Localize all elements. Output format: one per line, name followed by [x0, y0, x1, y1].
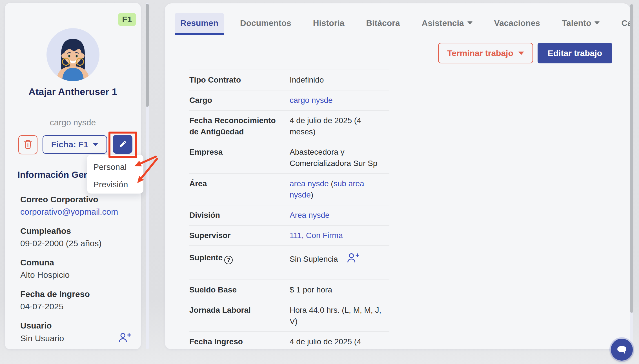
delete-employee-button[interactable] [18, 135, 37, 154]
chevron-down-icon [518, 52, 524, 55]
tab-asistencia[interactable]: Asistencia [416, 13, 478, 35]
detail-value: Area nysde [290, 210, 387, 221]
tab-talento[interactable]: Talento [556, 13, 605, 35]
info-field-correo-corporativo: Correo Corporativocorporativo@yopmail.co… [20, 193, 131, 218]
detail-label-text: Sueldo Base [189, 285, 237, 294]
info-fields: Correo Corporativocorporativo@yopmail.co… [20, 193, 131, 352]
detail-label-text: Suplente [189, 253, 223, 262]
detail-value-link[interactable]: cargo nysde [290, 96, 333, 105]
field-label: Correo Corporativo [20, 193, 131, 206]
field-value-row: 04-07-2025 [20, 300, 131, 313]
tab-label: Capacitaciones [621, 18, 630, 28]
tab-label: Vacaciones [494, 18, 540, 28]
avatar [46, 28, 99, 81]
employee-name: Atajar Antheruser 1 [26, 85, 120, 98]
terminar-trabajo-label: Terminar trabajo [447, 48, 513, 58]
detail-row-division: DivisiónArea nysde [189, 205, 389, 225]
details-table: Tipo ContratoIndefinidoCargocargo nysdeF… [189, 70, 389, 349]
field-value: Sin Usuario [20, 332, 64, 345]
field-value-row: Sin Usuario [20, 332, 131, 345]
detail-value: Abastecedora y Comercializadora Sur Sp [290, 147, 387, 169]
tab-label: Documentos [240, 18, 291, 28]
pencil-icon [117, 139, 128, 150]
edit-menu: PersonalPrevisión [87, 155, 143, 194]
page: F1 [0, 0, 639, 364]
person-add-icon[interactable] [118, 332, 131, 345]
person-add-icon[interactable] [346, 252, 359, 267]
detail-value: Sin Suplencia [290, 252, 387, 267]
main-scrollbar-track [630, 4, 633, 349]
detail-value: $ 1 por hora [290, 284, 387, 296]
chevron-down-icon [594, 21, 600, 25]
menu-item-personal[interactable]: Personal [87, 158, 143, 176]
detail-value-text: 4 de julio de 2025 (4 meses) [290, 116, 361, 136]
chat-bubble-icon [616, 344, 627, 356]
detail-label: Supervisor [189, 230, 283, 241]
main-scrollbar-thumb[interactable] [630, 4, 633, 313]
edit-profile-button[interactable] [113, 135, 132, 154]
tab-bitacora[interactable]: Bitácora [360, 13, 405, 35]
field-value-row: corporativo@yopmail.com [20, 206, 131, 218]
detail-value: 4 de julio de 2025 (4 meses) [290, 115, 387, 137]
detail-label: Sueldo Base [189, 284, 283, 296]
chevron-down-icon [93, 143, 98, 146]
employee-role: cargo nysde [5, 118, 141, 127]
tab-historia[interactable]: Historia [307, 13, 350, 35]
help-icon[interactable]: ? [224, 256, 233, 264]
detail-label-text: División [189, 211, 220, 219]
detail-value-text: $ 1 por hora [290, 285, 332, 294]
editar-trabajo-label: Editar trabajo [548, 48, 602, 58]
field-value: Alto Hospicio [20, 269, 70, 281]
status-badge: F1 [118, 13, 136, 26]
detail-row-fecha-ingreso-compania: Fecha Ingreso Compañía4 de julio de 2025… [189, 331, 389, 349]
tab-label: Historia [313, 18, 345, 28]
ficha-selector-dropdown[interactable]: Ficha: F1 [43, 135, 107, 154]
detail-value-text: Indefinido [290, 76, 324, 84]
detail-row-jornada-laboral: Jornada LaboralHora 44.0 hrs. (L, M, M, … [189, 300, 389, 331]
terminar-trabajo-button[interactable]: Terminar trabajo [438, 43, 533, 63]
detail-row-sueldo-base: Sueldo Base$ 1 por hora [189, 279, 389, 300]
field-label: Comuna [20, 256, 131, 269]
detail-value-text: ) [311, 190, 313, 199]
detail-value: area nysde (sub area nysde) [290, 178, 387, 201]
tab-resumen[interactable]: Resumen [175, 13, 224, 35]
chevron-down-icon [467, 21, 472, 25]
detail-label-text: Cargo [189, 96, 212, 105]
detail-value: 111, Con Firma [290, 230, 387, 241]
detail-label: Fecha Ingreso Compañía [189, 336, 283, 349]
detail-label-text: Fecha Reconocimiento de Antigüedad [189, 116, 276, 136]
detail-value-link[interactable]: area nysde [290, 179, 329, 188]
detail-value-text: Hora 44.0 hrs. (L, M, M, J, V) [290, 306, 381, 326]
detail-value: 4 de julio de 2025 (4 meses) [290, 336, 387, 349]
editar-trabajo-button[interactable]: Editar trabajo [538, 43, 612, 63]
trash-icon [22, 139, 34, 151]
field-value-link[interactable]: corporativo@yopmail.com [20, 206, 118, 218]
tab-capacitaciones[interactable]: Capacitaciones [616, 13, 630, 35]
sidebar-scrollbar-thumb[interactable] [146, 4, 149, 107]
field-value: 04-07-2025 [20, 300, 63, 313]
main-panel: ResumenDocumentosHistoriaBitácoraAsisten… [165, 3, 630, 349]
tab-vacaciones[interactable]: Vacaciones [489, 13, 546, 35]
detail-label: Empresa [189, 147, 283, 169]
detail-label: Área [189, 178, 283, 201]
detail-value: cargo nysde [290, 95, 387, 106]
detail-row-suplente: Suplente?Sin Suplencia [189, 245, 389, 279]
info-field-comuna: ComunaAlto Hospicio [20, 256, 131, 281]
detail-value-link[interactable]: 111, Con Firma [290, 231, 343, 240]
tab-bar: ResumenDocumentosHistoriaBitácoraAsisten… [175, 13, 630, 35]
info-field-fecha-de-ingreso: Fecha de Ingreso04-07-2025 [20, 288, 131, 313]
field-label: Fecha de Ingreso [20, 288, 131, 300]
detail-value-text: Abastecedora y Comercializadora Sur Sp [290, 148, 377, 168]
detail-label: Cargo [189, 95, 283, 106]
field-label: Usuario [20, 319, 131, 332]
detail-value-link[interactable]: Area nysde [290, 211, 330, 219]
menu-item-prevision[interactable]: Previsión [87, 176, 143, 193]
chat-launcher-button[interactable] [611, 339, 633, 361]
detail-label: Jornada Laboral [189, 305, 283, 327]
tab-label: Asistencia [421, 18, 464, 28]
sidebar-scrollbar-track [146, 3, 149, 349]
detail-label: Fecha Reconocimiento de Antigüedad [189, 115, 283, 137]
tab-documentos[interactable]: Documentos [234, 13, 297, 35]
detail-row-supervisor: Supervisor111, Con Firma [189, 225, 389, 245]
info-field-cumpleanos: Cumpleaños09-02-2000 (25 años) [20, 225, 131, 250]
